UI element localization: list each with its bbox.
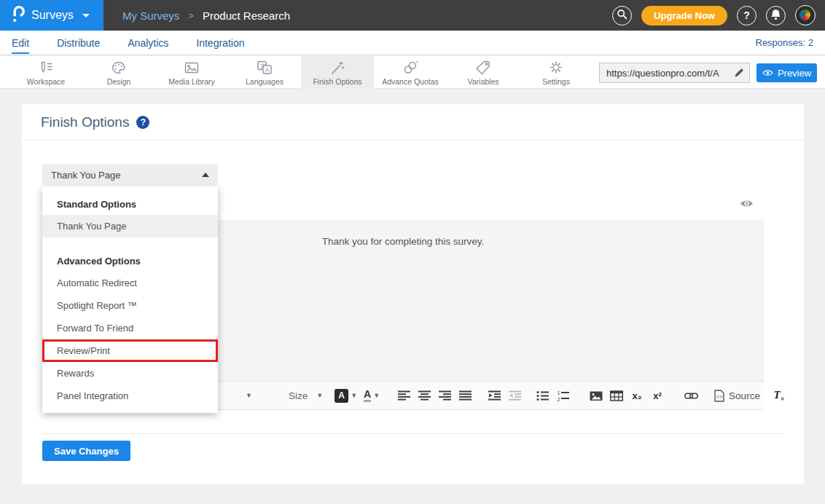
align-left-icon [398, 390, 410, 401]
align-left-button[interactable] [395, 386, 412, 405]
product-switcher[interactable]: Surveys [0, 0, 103, 31]
tab-edit[interactable]: Edit [12, 31, 29, 54]
link-button[interactable] [682, 386, 700, 405]
text-color-button[interactable]: A ▼ [363, 386, 380, 405]
product-name: Surveys [31, 9, 74, 22]
table-button[interactable] [608, 386, 625, 405]
svg-text:2: 2 [557, 396, 560, 401]
finish-option-select[interactable]: Thank You Page [42, 164, 218, 186]
help-button[interactable]: ? [737, 6, 756, 25]
source-icon: <> [714, 390, 724, 402]
remove-format-icon: T× [773, 389, 784, 403]
table-icon [610, 390, 623, 401]
subscript-icon: x₂ [633, 390, 642, 401]
tab-distribute[interactable]: Distribute [57, 31, 100, 54]
link-icon [684, 391, 698, 401]
toolbar-item-finish-options[interactable]: Finish Options [301, 56, 374, 89]
align-right-button[interactable] [436, 386, 453, 405]
subscript-button[interactable]: x₂ [628, 386, 646, 405]
dropdown-group-advanced: Advanced Options [42, 251, 218, 272]
dropdown-group-standard: Standard Options [42, 194, 218, 215]
bulleted-list-button[interactable] [533, 386, 551, 405]
image-icon [590, 390, 603, 401]
toolbar-item-languages[interactable]: 文 A Languages [228, 56, 301, 89]
survey-url-value[interactable]: https://questionpro.com/t/A [600, 68, 729, 79]
bulleted-list-icon [536, 390, 549, 401]
design-icon [111, 60, 127, 76]
bg-color-icon: A [335, 389, 348, 403]
decrease-indent-button[interactable] [506, 386, 523, 405]
toolbar-item-design[interactable]: Design [82, 56, 155, 89]
languages-icon: 文 A [257, 60, 273, 76]
settings-icon [548, 60, 564, 76]
justify-button[interactable] [456, 386, 474, 405]
option-review-print[interactable]: Review/Print [42, 339, 218, 362]
source-button[interactable]: <> Source [714, 390, 760, 402]
toolbar-item-workspace[interactable]: Workspace [9, 56, 82, 89]
media-library-icon [184, 60, 200, 76]
align-center-icon [418, 390, 431, 401]
eye-icon [762, 68, 773, 79]
align-center-button[interactable] [415, 386, 433, 405]
questionpro-logo [11, 4, 25, 26]
numbered-list-button[interactable]: 12 [554, 386, 571, 405]
panel-header: Finish Options ? [22, 104, 804, 141]
responses-count[interactable]: Responses: 2 [756, 37, 814, 48]
option-rewards[interactable]: Rewards [42, 362, 218, 385]
chevron-down-icon: ▼ [246, 392, 252, 399]
notifications-button[interactable] [766, 6, 786, 25]
superscript-icon: x² [653, 390, 662, 401]
preview-button[interactable]: Preview [756, 63, 817, 82]
bell-icon [770, 9, 781, 23]
divider [42, 433, 784, 434]
advance-quotas-icon [402, 60, 418, 76]
avatar[interactable] [795, 5, 816, 25]
upgrade-now-button[interactable]: Upgrade Now [641, 6, 727, 25]
option-spotlight-report[interactable]: Spotlight Report ™ [42, 294, 218, 317]
tab-analytics[interactable]: Analytics [128, 31, 168, 54]
background-color-button[interactable]: A ▼ [335, 386, 357, 405]
save-changes-button[interactable]: Save Changes [42, 441, 130, 461]
option-forward-to-friend[interactable]: Forward To Friend [42, 317, 218, 339]
font-dropdown-arrow[interactable]: ▼ [239, 386, 257, 405]
help-badge-icon[interactable]: ? [136, 116, 149, 129]
pencil-icon[interactable] [729, 68, 749, 78]
increase-indent-button[interactable] [485, 386, 503, 405]
align-right-icon [439, 390, 451, 401]
variables-icon [475, 60, 491, 76]
increase-indent-icon [488, 390, 501, 401]
image-button[interactable] [587, 386, 605, 405]
page: Surveys My Surveys > Product Research Up… [0, 0, 825, 504]
finish-options-panel: Finish Options ? Thank you for completin… [22, 104, 804, 484]
chevron-down-icon: ▼ [351, 392, 357, 399]
justify-icon [459, 390, 472, 401]
toolbar-item-advance-quotas[interactable]: Advance Quotas [374, 56, 447, 89]
option-panel-integration[interactable]: Panel Integration [42, 385, 218, 407]
toolbar-item-variables[interactable]: Variables [447, 56, 520, 89]
remove-format-button[interactable]: T× [770, 386, 788, 405]
top-bar: Surveys My Surveys > Product Research Up… [0, 0, 825, 31]
superscript-button[interactable]: x² [649, 386, 666, 405]
tab-integration[interactable]: Integration [196, 31, 244, 54]
survey-url-field[interactable]: https://questionpro.com/t/A [599, 63, 750, 83]
eye-icon[interactable] [740, 198, 754, 211]
size-dropdown[interactable]: Size ▼ [289, 390, 323, 401]
search-button[interactable] [612, 6, 632, 25]
decrease-indent-icon [509, 390, 521, 401]
workspace-icon [38, 60, 54, 76]
breadcrumb-separator: > [188, 10, 194, 21]
option-automatic-redirect[interactable]: Automatic Redirect [42, 272, 218, 294]
svg-text:A: A [265, 66, 270, 74]
svg-text:1: 1 [557, 390, 560, 395]
help-icon: ? [743, 9, 750, 21]
finish-option-dropdown: Standard Options Thank You Page Advanced… [42, 186, 218, 413]
chevron-down-icon: ▼ [373, 392, 380, 399]
breadcrumb-my-surveys[interactable]: My Surveys [122, 9, 179, 22]
dropdown-gap [42, 237, 218, 251]
breadcrumb-current-survey: Product Research [203, 9, 290, 22]
finish-options-icon [329, 60, 345, 76]
option-thank-you-page[interactable]: Thank You Page [42, 215, 218, 237]
toolbar-item-settings[interactable]: Settings [520, 56, 593, 89]
toolbar-item-media-library[interactable]: Media Library [155, 56, 228, 89]
topbar-actions: Upgrade Now ? [612, 5, 825, 25]
